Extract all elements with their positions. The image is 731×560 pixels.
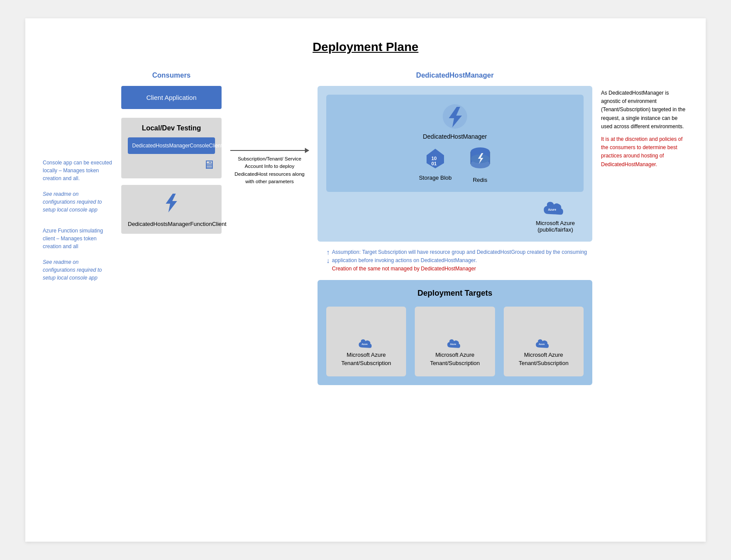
- dhm-sub-row: 10 01 Storage Blob: [335, 147, 575, 183]
- target-box-2: Azure Microsoft AzureTenant/Subscription: [415, 307, 495, 376]
- svg-text:Azure: Azure: [548, 208, 557, 211]
- svg-marker-0: [166, 194, 177, 212]
- far-right-note: As DedicatedHostManager is agnostic of e…: [601, 72, 688, 385]
- target-label-2: Microsoft AzureTenant/Subscription: [430, 351, 480, 368]
- target-box-1: Azure Microsoft AzureTenant/Subscription: [326, 307, 406, 376]
- function-client-label: DedicatedHostsManagerFunctionClient: [128, 221, 215, 227]
- target-box-3: Azure Microsoft AzureTenant/Subscription: [504, 307, 584, 376]
- main-content: Console app can be executed locally – Ma…: [43, 72, 688, 385]
- redis-label: Redis: [469, 177, 491, 183]
- console-client-label: DedicatedHostsManagerConsoleClient: [132, 143, 222, 149]
- arrow-line: [230, 150, 309, 151]
- azure-row: Azure Microsoft Azure(public/fairfax): [326, 198, 584, 233]
- consumers-title: Consumers: [121, 72, 222, 79]
- svg-text:01: 01: [431, 161, 437, 166]
- arrow-text: Subscription/Tenant/ Service Account Inf…: [230, 155, 309, 185]
- dhm-inner-box: DedicatedHostManager 10 01 Storage Blob: [326, 95, 584, 192]
- local-dev-title: Local/Dev Testing: [128, 124, 215, 132]
- consumers-section: Consumers Client Application Local/Dev T…: [121, 72, 222, 385]
- dhm-manager-label: DedicatedHostManager: [335, 133, 575, 140]
- left-note-1: Console app can be executed locally – Ma…: [43, 159, 113, 214]
- monitor-icon: 🖥: [128, 157, 215, 172]
- redis-item: Redis: [469, 147, 491, 183]
- target-label-3: Microsoft AzureTenant/Subscription: [519, 351, 568, 368]
- azure-cloud-section: Azure Microsoft Azure(public/fairfax): [536, 198, 575, 233]
- dhm-section-title: DedicatedHostManager: [318, 72, 592, 79]
- svg-text:Azure: Azure: [539, 342, 545, 345]
- assumption-section: ↑↓ Assumption: Target Subscription will …: [326, 248, 592, 273]
- far-right-note-black: As DedicatedHostManager is agnostic of e…: [601, 89, 688, 131]
- storage-blob-item: 10 01 Storage Blob: [419, 147, 451, 183]
- deployment-targets-box: Deployment Targets Azure Microsoft Azure…: [318, 280, 592, 385]
- storage-blob-icon: 10 01: [419, 147, 451, 172]
- console-client-box: DedicatedHostsManagerConsoleClient: [128, 137, 215, 154]
- assumption-text-1: Assumption: Target Subscription will hav…: [332, 248, 592, 265]
- left-note-2: Azure Function simulating client – Manag…: [43, 227, 113, 282]
- target-label-1: Microsoft AzureTenant/Subscription: [342, 351, 391, 368]
- function-client-box: DedicatedHostsManagerFunctionClient: [121, 185, 222, 234]
- right-section: DedicatedHostManager DedicatedHostManage…: [318, 72, 592, 385]
- assumption-arrow-icons: ↑↓: [326, 248, 330, 265]
- azure-label: Microsoft Azure(public/fairfax): [536, 220, 575, 233]
- target-azure-icon-1: Azure: [358, 337, 375, 351]
- page-title: Deployment Plane: [43, 40, 688, 54]
- storage-blob-label: Storage Blob: [419, 174, 451, 181]
- page-container: Deployment Plane Console app can be exec…: [25, 18, 706, 542]
- azure-cloud-icon: Azure: [542, 198, 568, 218]
- dhm-outer-box: DedicatedHostManager 10 01 Storage Blob: [318, 86, 592, 242]
- left-notes: Console app can be executed locally – Ma…: [43, 72, 113, 385]
- svg-text:Azure: Azure: [362, 342, 368, 345]
- client-app-label: Client Application: [146, 94, 196, 101]
- dhm-lightning-icon: [335, 103, 575, 130]
- client-app-box: Client Application: [121, 86, 222, 109]
- redis-icon: [469, 147, 491, 174]
- function-bolt-icon: [128, 191, 215, 217]
- assumption-texts: Assumption: Target Subscription will hav…: [332, 248, 592, 273]
- svg-text:Azure: Azure: [450, 342, 456, 345]
- deployment-targets-title: Deployment Targets: [326, 289, 584, 298]
- target-azure-icon-2: Azure: [446, 337, 464, 351]
- far-right-note-red: It is at the discretion and policies of …: [601, 135, 688, 169]
- targets-row: Azure Microsoft AzureTenant/Subscription…: [326, 307, 584, 376]
- local-dev-box: Local/Dev Testing DedicatedHostsManagerC…: [121, 118, 222, 178]
- arrow-container: Subscription/Tenant/ Service Account Inf…: [230, 124, 309, 185]
- middle-section: Subscription/Tenant/ Service Account Inf…: [230, 72, 309, 385]
- svg-text:10: 10: [431, 156, 437, 161]
- target-azure-icon-3: Azure: [535, 337, 552, 351]
- assumption-text-2: Creation of the same not managed by Dedi…: [332, 265, 592, 273]
